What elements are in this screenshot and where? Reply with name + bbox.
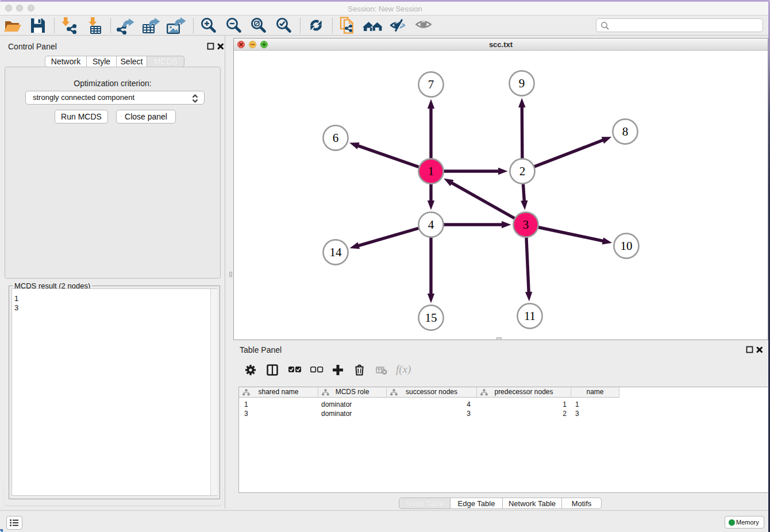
svg-text:4: 4 (428, 218, 434, 232)
svg-text:7: 7 (428, 78, 434, 91)
svg-text:11: 11 (524, 309, 536, 323)
svg-text:8: 8 (622, 125, 629, 138)
svg-text:6: 6 (333, 131, 339, 145)
svg-text:14: 14 (330, 245, 342, 259)
svg-text:2: 2 (519, 164, 526, 178)
svg-text:3: 3 (523, 218, 529, 232)
svg-text:9: 9 (519, 76, 525, 90)
svg-text:15: 15 (425, 311, 437, 325)
svg-text:10: 10 (621, 239, 633, 253)
svg-text:1: 1 (428, 164, 434, 178)
